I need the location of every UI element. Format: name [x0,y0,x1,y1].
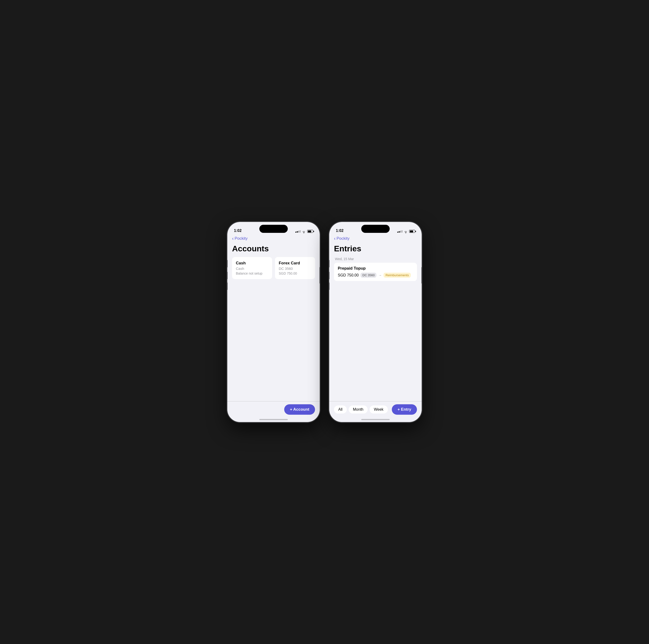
account-balance-cash: Balance not setup [236,272,268,275]
account-subtitle-cash: Cash [236,267,268,271]
entry-account-tag: DC 3560 [360,273,377,278]
signal-icon [295,230,301,233]
dynamic-island-2 [361,225,390,233]
volume-down-button-2 [329,272,330,279]
back-button[interactable]: ‹ Pockity [232,236,248,241]
add-account-button[interactable]: + Account [284,404,315,415]
status-time: 1:02 [234,229,242,233]
account-subtitle-forex: DC 3560 [279,267,311,271]
phone-entries: 1:02 [329,222,422,422]
filter-week-button[interactable]: Week [370,405,388,413]
filter-all-button[interactable]: All [334,405,347,413]
phone-accounts: 1:02 [227,222,320,422]
arrow-icon: → [378,273,382,277]
home-indicator-2 [361,419,390,420]
silent-switch-2 [329,282,330,290]
nav-bar-2: ‹ Pockity [329,235,422,243]
back-label-2: Pockity [337,236,350,241]
add-account-label: + Account [290,407,309,412]
filter-buttons: All Month Week [334,405,388,413]
entry-group-mar15: Wed, 15 Mar Prepaid Topup SGD 750.00 DC … [334,257,417,281]
entry-card-prepaid-topup[interactable]: Prepaid Topup SGD 750.00 DC 3560 → Reimb… [334,263,417,281]
entry-title: Prepaid Topup [338,266,413,271]
home-indicator [259,419,288,420]
page-title: Accounts [227,243,320,257]
wifi-icon [302,230,306,233]
power-button [319,267,320,284]
page-title-2: Entries [329,243,422,257]
account-card-cash[interactable]: Cash Cash Balance not setup [232,257,272,279]
dynamic-island [259,225,288,233]
entry-category-tag: Reimbursements [384,273,410,278]
account-card-forex[interactable]: Forex Card DC 3560 SGD 750.00 [275,257,315,279]
battery-icon [307,230,313,233]
chevron-left-icon: ‹ [232,236,234,241]
entry-date: Wed, 15 Mar [334,257,417,261]
volume-up-button-2 [329,260,330,268]
account-balance-forex: SGD 750.00 [279,272,311,275]
status-icons-2 [397,230,415,233]
account-title-forex: Forex Card [279,261,311,266]
wifi-icon-2 [404,230,408,233]
accounts-grid: Cash Cash Balance not setup Forex Card D… [227,257,320,279]
entries-list: Wed, 15 Mar Prepaid Topup SGD 750.00 DC … [329,257,422,422]
account-title-cash: Cash [236,261,268,266]
entry-details: SGD 750.00 DC 3560 → Reimbursements [338,273,413,278]
nav-bar: ‹ Pockity [227,235,320,243]
filter-month-button[interactable]: Month [349,405,367,413]
back-button-2[interactable]: ‹ Pockity [334,236,349,241]
entry-amount: SGD 750.00 [338,273,359,277]
add-entry-button[interactable]: + Entry [392,404,417,415]
battery-icon-2 [409,230,415,233]
add-entry-label: + Entry [397,407,411,412]
status-time-2: 1:02 [336,229,343,233]
back-label: Pockity [235,236,248,241]
status-icons [295,230,313,233]
signal-icon-2 [397,230,402,233]
chevron-left-icon-2: ‹ [334,236,336,241]
